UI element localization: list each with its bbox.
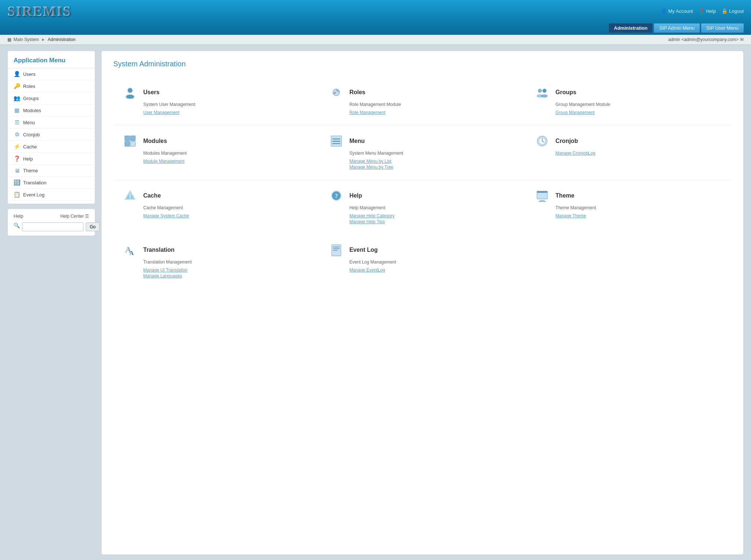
admin-links-eventlog: Manage EventLog bbox=[349, 268, 517, 273]
main-content: Application Menu 👤Users🔑Roles👥Groups▦Mod… bbox=[0, 45, 751, 560]
admin-item-title: Theme bbox=[555, 192, 574, 199]
sip-admin-menu-button[interactable]: SIP Admin Menu bbox=[654, 23, 700, 33]
admin-item-desc: Cache Management bbox=[143, 205, 311, 210]
logout-link[interactable]: 🔓 Logout bbox=[722, 8, 744, 14]
go-button[interactable]: Go bbox=[86, 222, 100, 231]
admin-item-title: Roles bbox=[349, 89, 366, 96]
svg-rect-12 bbox=[130, 136, 136, 141]
admin-link-group-management[interactable]: Group Management bbox=[555, 110, 723, 115]
admin-link-manage-help-category[interactable]: Manage Help Category bbox=[349, 213, 517, 218]
admin-icon-theme bbox=[534, 188, 550, 204]
sip-user-menu-button[interactable]: SIP User Menu bbox=[701, 23, 744, 33]
svg-point-7 bbox=[538, 89, 542, 93]
admin-links-cronjob: Manage CronjobLog bbox=[555, 151, 723, 156]
admin-link-module-management[interactable]: Module Management bbox=[143, 159, 311, 164]
admin-link-manage-system-cache[interactable]: Manage System Cache bbox=[143, 213, 311, 218]
content-title: System Administration bbox=[113, 60, 732, 68]
help-label: Help bbox=[706, 8, 716, 14]
help-center-label: Help Center bbox=[60, 214, 84, 219]
help-link[interactable]: ❓ Help bbox=[699, 8, 716, 14]
admin-item-title: Users bbox=[143, 89, 159, 96]
admin-link-manage-menu-by-tree[interactable]: Manage Menu by Tree bbox=[349, 165, 517, 170]
admin-link-manage-languages[interactable]: Manage Languages bbox=[143, 273, 311, 279]
menu-item-label: Translation bbox=[23, 180, 47, 185]
menu-icon: 📋 bbox=[14, 191, 20, 198]
admin-icon-translation: A A bbox=[122, 242, 138, 258]
sidebar-item-cronjob[interactable]: ⚙Cronjob bbox=[8, 129, 95, 141]
menu-icon: 🔑 bbox=[14, 83, 20, 89]
menu-icon: ❓ bbox=[14, 155, 20, 162]
admin-cell-modules: Modules Modules Management Module Manage… bbox=[113, 126, 319, 180]
admin-item-header: A A Translation bbox=[122, 242, 311, 258]
header: SIREMIS 👤 My Account ❓ Help 🔓 Logout Adm… bbox=[0, 0, 751, 35]
admin-link-manage-menu-by-list[interactable]: Manage Menu by List bbox=[349, 159, 517, 164]
sidebar-item-roles[interactable]: 🔑Roles bbox=[8, 80, 95, 92]
admin-cell-roles: Roles Role Management Module Role Manage… bbox=[319, 77, 526, 126]
sidebar-item-groups[interactable]: 👥Groups bbox=[8, 92, 95, 104]
help-header: Help Help Center ☰ bbox=[14, 213, 89, 219]
admin-item-desc: System User Management bbox=[143, 102, 311, 107]
menu-icon: ▦ bbox=[14, 107, 20, 114]
admin-icon-eventlog bbox=[328, 242, 344, 258]
admin-cell-translation: A A Translation Translation Management M… bbox=[113, 235, 319, 289]
breadcrumb-right: admin <admin@yourcompany.com> ✉ bbox=[668, 37, 744, 42]
my-account-link[interactable]: 👤 My Account bbox=[661, 8, 693, 14]
sidebar-item-translation[interactable]: 🔠Translation bbox=[8, 177, 95, 189]
menu-icon: 🔠 bbox=[14, 179, 20, 186]
admin-cell-help: ? Help Help Management Manage Help Categ… bbox=[319, 180, 526, 235]
svg-point-26 bbox=[130, 198, 131, 199]
breadcrumb-separator: ► bbox=[41, 37, 45, 42]
breadcrumb-main-system[interactable]: Main System bbox=[14, 37, 39, 42]
admin-links-modules: Module Management bbox=[143, 159, 311, 164]
admin-item-header: Roles bbox=[328, 84, 517, 100]
menu-icon: 👥 bbox=[14, 95, 20, 102]
admin-link-role-management[interactable]: Role Management bbox=[349, 110, 517, 115]
admin-links-roles: Role Management bbox=[349, 110, 517, 115]
admin-item-desc: Help Management bbox=[349, 205, 517, 210]
sidebar-item-theme[interactable]: 🖥Theme bbox=[8, 165, 95, 177]
svg-rect-33 bbox=[539, 201, 547, 202]
sidebar-item-modules[interactable]: ▦Modules bbox=[8, 104, 95, 117]
search-input[interactable] bbox=[22, 222, 84, 231]
svg-rect-18 bbox=[332, 143, 340, 144]
admin-link-manage-eventlog[interactable]: Manage EventLog bbox=[349, 268, 517, 273]
svg-rect-17 bbox=[332, 141, 340, 142]
sidebar-item-event-log[interactable]: 📋Event Log bbox=[8, 189, 95, 201]
admin-link-manage-ui-translation[interactable]: Manage UI Translation bbox=[143, 268, 311, 273]
admin-grid: Users System User Management User Manage… bbox=[113, 77, 732, 289]
admin-links-groups: Group Management bbox=[555, 110, 723, 115]
admin-item-title: Groups bbox=[555, 89, 576, 96]
menu-icon: ⚙ bbox=[14, 131, 20, 138]
admin-link-manage-theme[interactable]: Manage Theme bbox=[555, 213, 723, 218]
svg-text:?: ? bbox=[335, 193, 338, 199]
menu-item-label: Modules bbox=[23, 108, 41, 113]
content-area: System Administration Users System User … bbox=[101, 51, 744, 555]
admin-link-user-management[interactable]: User Management bbox=[143, 110, 311, 115]
admin-icon-cache bbox=[122, 188, 138, 204]
admin-icon-modules bbox=[122, 133, 138, 149]
admin-item-title: Translation bbox=[143, 247, 174, 253]
breadcrumb-left: ▦ Main System ► Administration bbox=[7, 37, 75, 42]
help-center-link[interactable]: Help Center ☰ bbox=[60, 214, 89, 219]
svg-point-10 bbox=[541, 94, 548, 97]
admin-item-header: Cronjob bbox=[534, 133, 723, 149]
admin-item-title: Event Log bbox=[349, 247, 378, 253]
admin-link-manage-cronjoblog[interactable]: Manage CronjobLog bbox=[555, 151, 723, 156]
account-icon: 👤 bbox=[661, 8, 667, 14]
sidebar-item-menu[interactable]: ☰Menu bbox=[8, 117, 95, 129]
admin-cell-groups: Groups Group Management Module Group Man… bbox=[525, 77, 732, 126]
search-row: 🔍 Go bbox=[14, 222, 89, 231]
admin-link-manage-help-tips[interactable]: Manage Help Tips bbox=[349, 219, 517, 224]
sidebar-item-cache[interactable]: ⚡Cache bbox=[8, 141, 95, 153]
menu-item-label: Users bbox=[23, 71, 36, 77]
admin-item-header: Users bbox=[122, 84, 311, 100]
menu-item-label: Cronjob bbox=[23, 132, 40, 137]
admin-item-header: Modules bbox=[122, 133, 311, 149]
admin-item-desc: Group Management Module bbox=[555, 102, 723, 107]
administration-button[interactable]: Administration bbox=[609, 23, 653, 33]
sidebar-item-help[interactable]: ❓Help bbox=[8, 153, 95, 165]
admin-item-title: Cronjob bbox=[555, 138, 578, 144]
svg-text:A: A bbox=[129, 250, 134, 257]
help-center-icon: ☰ bbox=[85, 214, 89, 219]
sidebar-item-users[interactable]: 👤Users bbox=[8, 68, 95, 80]
